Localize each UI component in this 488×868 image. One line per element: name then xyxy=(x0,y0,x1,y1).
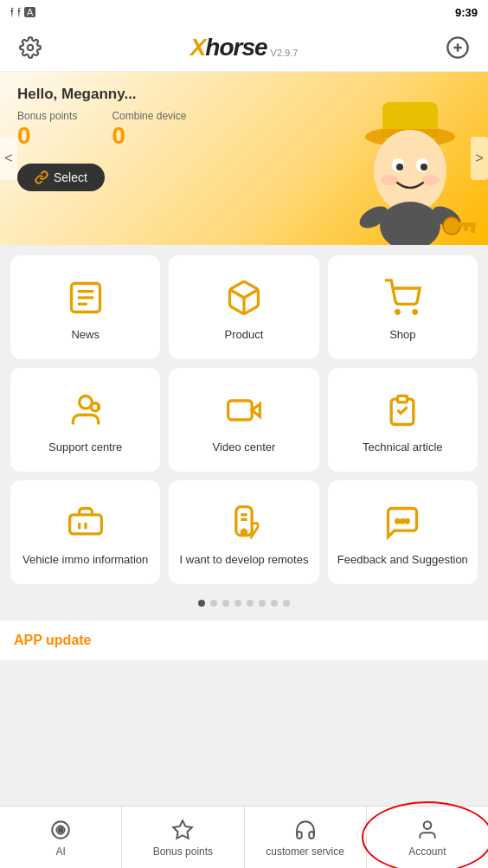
technical-icon xyxy=(381,389,424,432)
hero-prev-button[interactable]: < xyxy=(0,137,17,180)
headset-icon xyxy=(293,818,318,842)
product-card[interactable]: Product xyxy=(169,255,318,359)
svg-point-12 xyxy=(381,175,398,185)
dot-6[interactable] xyxy=(259,600,266,607)
nav-service-label: customer service xyxy=(266,845,344,858)
tiktok-icon-2: 𝔣 xyxy=(17,5,21,19)
vehicle-card[interactable]: Vehicle immo information xyxy=(10,480,160,584)
svg-point-42 xyxy=(401,519,404,523)
video-card[interactable]: Video center xyxy=(169,368,318,472)
bottom-nav: AI Bonus points customer service Ac xyxy=(0,806,488,868)
svg-rect-31 xyxy=(228,401,253,420)
support-icon xyxy=(64,389,107,432)
select-button[interactable]: Select xyxy=(17,164,105,191)
technical-card[interactable]: Technical article xyxy=(328,368,478,472)
vehicle-icon xyxy=(64,501,107,544)
bonus-value: 0 xyxy=(17,122,77,150)
settings-button[interactable] xyxy=(14,31,47,64)
bonus-stat: Bonus points 0 xyxy=(17,110,77,150)
svg-point-7 xyxy=(374,130,446,213)
svg-point-26 xyxy=(396,310,400,313)
svg-point-13 xyxy=(422,175,440,185)
svg-point-43 xyxy=(406,519,409,523)
combine-value: 0 xyxy=(112,122,186,150)
tiktok-icon-1: 𝔣 xyxy=(10,5,14,19)
remotes-icon xyxy=(222,501,266,544)
stats-row: Bonus points 0 Combine device 0 xyxy=(17,110,186,150)
grid-section: News Product Shop xyxy=(0,245,488,620)
combine-stat: Combine device 0 xyxy=(112,110,186,150)
nav-ai[interactable]: AI xyxy=(0,807,121,868)
select-label: Select xyxy=(54,170,87,184)
remotes-label: I want to develop remotes xyxy=(180,553,309,568)
nav-service[interactable]: customer service xyxy=(245,807,366,868)
vehicle-label: Vehicle immo information xyxy=(22,553,148,568)
support-label: Support centre xyxy=(48,440,122,455)
logo: Xhorse V2.9.7 xyxy=(190,34,299,61)
support-card[interactable]: Support centre xyxy=(10,368,160,472)
dot-4[interactable] xyxy=(234,600,241,607)
svg-marker-46 xyxy=(174,820,193,839)
star-icon xyxy=(170,818,195,842)
video-icon xyxy=(222,389,266,432)
news-icon xyxy=(64,276,107,319)
remotes-card[interactable]: I want to develop remotes xyxy=(169,480,318,584)
ai-icon xyxy=(48,818,73,842)
news-label: News xyxy=(71,328,100,343)
hero-character xyxy=(324,89,479,245)
product-label: Product xyxy=(225,328,264,343)
person-icon xyxy=(415,818,440,842)
news-card[interactable]: News xyxy=(10,255,160,359)
gear-icon xyxy=(19,36,42,59)
hero-next-button[interactable]: > xyxy=(471,137,488,180)
dot-5[interactable] xyxy=(247,600,254,607)
dot-7[interactable] xyxy=(271,600,278,607)
svg-point-27 xyxy=(414,310,417,313)
hero-banner: < Hello, Meganny... Bonus points 0 Combi… xyxy=(0,72,488,245)
logo-version: V2.9.7 xyxy=(271,48,299,58)
technical-label: Technical article xyxy=(363,440,443,455)
svg-point-45 xyxy=(58,827,62,832)
feedback-label: Feedback and Suggestion xyxy=(337,553,468,568)
plus-circle-icon xyxy=(446,35,470,60)
svg-rect-19 xyxy=(471,226,475,233)
dot-3[interactable] xyxy=(222,600,229,607)
letter-icon: A xyxy=(24,7,35,17)
feedback-icon xyxy=(381,501,424,544)
feedback-card[interactable]: Feedback and Suggestion xyxy=(328,480,478,584)
dot-2[interactable] xyxy=(210,600,217,607)
grid-row-2: Support centre Video center Technical ar… xyxy=(10,368,478,472)
shop-icon xyxy=(381,276,424,319)
shop-card[interactable]: Shop xyxy=(328,255,478,359)
svg-point-47 xyxy=(424,821,432,829)
dot-8[interactable] xyxy=(283,600,290,607)
product-icon xyxy=(222,276,266,319)
nav-account[interactable]: Account xyxy=(367,807,488,868)
shop-label: Shop xyxy=(389,328,415,343)
nav-bonus-label: Bonus points xyxy=(153,845,213,858)
nav-account-label: Account xyxy=(408,845,446,858)
link-icon xyxy=(35,170,48,184)
status-time: 9:39 xyxy=(455,6,478,19)
add-button[interactable] xyxy=(441,31,474,64)
dot-1[interactable] xyxy=(198,600,205,607)
nav-bonus[interactable]: Bonus points xyxy=(122,807,243,868)
status-icons: 𝔣 𝔣 A xyxy=(10,5,35,19)
logo-text: Xhorse xyxy=(190,34,267,61)
header: Xhorse V2.9.7 xyxy=(0,24,488,72)
svg-point-41 xyxy=(396,519,400,523)
grid-row-1: News Product Shop xyxy=(10,255,478,359)
svg-rect-33 xyxy=(398,395,408,402)
greeting-text: Hello, Meganny... xyxy=(17,86,186,103)
bonus-label: Bonus points xyxy=(17,110,77,122)
svg-point-0 xyxy=(28,45,34,51)
svg-point-14 xyxy=(380,202,440,245)
svg-point-11 xyxy=(421,164,427,170)
video-label: Video center xyxy=(213,440,276,455)
app-update[interactable]: APP update xyxy=(0,620,488,660)
svg-rect-20 xyxy=(464,226,468,231)
nav-ai-label: AI xyxy=(55,845,65,858)
app-update-label: APP update xyxy=(14,633,92,647)
carousel-dots xyxy=(10,593,478,610)
svg-point-10 xyxy=(396,164,403,170)
